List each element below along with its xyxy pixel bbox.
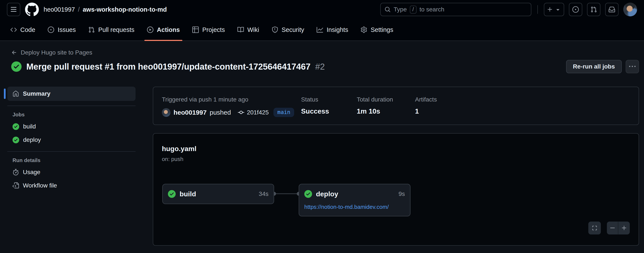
file-code-icon (12, 182, 19, 189)
breadcrumb-repo-link[interactable]: aws-workshop-notion-to-md (83, 6, 167, 13)
header-divider (538, 5, 538, 14)
job-node-build[interactable]: build 34s (162, 184, 274, 204)
sidebar-divider (7, 106, 136, 106)
pull-requests-button[interactable] (587, 3, 600, 16)
github-logo[interactable] (25, 2, 39, 16)
rerun-all-jobs-button[interactable]: Re-run all jobs (566, 60, 622, 73)
job-node-deploy[interactable]: deploy 9s https://notion-to-md.bamidev.c… (299, 184, 410, 216)
search-placeholder-prefix: Type (394, 6, 407, 13)
artifacts-label: Artifacts (415, 96, 458, 103)
more-options-button[interactable] (626, 60, 639, 73)
tab-actions[interactable]: Actions (141, 19, 186, 40)
run-details-heading: Run details (12, 157, 136, 163)
plus-icon (621, 225, 627, 231)
tab-security[interactable]: Security (266, 19, 310, 40)
breadcrumb-owner-link[interactable]: heo001997 (44, 6, 75, 13)
slash-key-hint: / (410, 5, 416, 13)
tab-projects[interactable]: Projects (187, 19, 230, 40)
book-icon (238, 26, 244, 33)
user-avatar[interactable] (623, 2, 637, 16)
actor-action: pushed (210, 109, 231, 116)
branch-badge[interactable]: main (274, 108, 294, 117)
run-sidebar: Summary Jobs build deploy Run details Us… (0, 87, 136, 246)
sidebar-job-build[interactable]: build (7, 120, 136, 133)
chevron-down-icon (555, 6, 561, 13)
sidebar-divider (7, 151, 136, 152)
zoom-controls (607, 222, 630, 235)
breadcrumb: heo001997 / aws-workshop-notion-to-md (44, 6, 167, 13)
inbox-icon (608, 6, 615, 13)
plus-icon (547, 6, 553, 12)
sidebar-item-summary[interactable]: Summary (7, 87, 136, 101)
status-value: Success (301, 107, 357, 115)
repo-tab-bar: Code Issues Pull requests Actions Projec… (0, 19, 644, 41)
run-header: Deploy Hugo site to Pages Merge pull req… (0, 41, 644, 73)
run-summary-card: Triggered via push 1 minute ago heo00199… (153, 87, 639, 125)
artifacts-count: 1 (415, 107, 458, 115)
commit-sha-link[interactable]: 201f425 (247, 109, 269, 116)
workflow-file-name: hugo.yaml (162, 145, 196, 153)
search-placeholder-suffix: to search (420, 6, 444, 13)
success-check-icon (168, 190, 176, 198)
search-icon (384, 6, 391, 12)
code-icon (10, 26, 17, 33)
issue-opened-icon (572, 6, 579, 13)
success-check-icon (11, 61, 22, 72)
deployment-url-link[interactable]: https://notion-to-md.bamidev.com/ (299, 204, 410, 216)
sidebar-job-deploy[interactable]: deploy (7, 133, 136, 147)
git-commit-icon (238, 109, 244, 116)
notifications-button[interactable] (605, 3, 618, 16)
job-connector-line (274, 193, 299, 194)
graph-icon (316, 26, 323, 33)
kebab-icon (629, 63, 636, 70)
table-icon (192, 26, 199, 33)
issues-button[interactable] (569, 3, 582, 16)
stopwatch-icon (12, 169, 19, 175)
workflow-trigger: on: push (162, 156, 196, 163)
zoom-out-button[interactable] (607, 222, 618, 235)
success-check-icon (12, 123, 19, 130)
home-icon (12, 90, 19, 97)
sidebar-item-usage[interactable]: Usage (7, 166, 136, 179)
actor-avatar[interactable] (162, 108, 170, 117)
actor-link[interactable]: heo001997 (174, 109, 206, 116)
success-check-icon (304, 190, 312, 198)
hamburger-menu-button[interactable] (7, 3, 20, 16)
job-duration: 34s (259, 191, 268, 197)
success-check-icon (12, 137, 19, 143)
shield-icon (272, 26, 278, 33)
trigger-line: Triggered via push 1 minute ago (162, 96, 301, 103)
fullscreen-button[interactable] (588, 222, 601, 235)
git-pull-request-icon (88, 26, 95, 33)
workflow-graph-card: hugo.yaml on: push build 34s deploy 9s (153, 133, 639, 246)
search-input[interactable]: Type / to search (380, 3, 531, 16)
page-title: Merge pull request #1 from heo001997/upd… (26, 62, 310, 71)
zoom-in-button[interactable] (618, 222, 630, 235)
workflow-back-link[interactable]: Deploy Hugo site to Pages (11, 49, 92, 56)
run-number: #2 (315, 62, 325, 71)
issue-opened-icon (48, 26, 54, 33)
arrow-left-icon (11, 49, 17, 56)
tab-insights[interactable]: Insights (311, 19, 354, 40)
play-icon (147, 26, 154, 33)
tab-code[interactable]: Code (5, 19, 41, 40)
tab-pull-requests[interactable]: Pull requests (83, 19, 140, 40)
duration-label: Total duration (357, 96, 415, 103)
create-new-button[interactable] (544, 3, 564, 16)
job-duration: 9s (398, 191, 405, 197)
app-header: heo001997 / aws-workshop-notion-to-md Ty… (0, 0, 644, 19)
dash-icon (610, 225, 616, 231)
breadcrumb-separator: / (78, 6, 80, 13)
gear-icon (361, 26, 367, 33)
duration-value: 1m 10s (357, 107, 415, 115)
jobs-heading: Jobs (12, 112, 136, 118)
tab-wiki[interactable]: Wiki (232, 19, 265, 40)
three-bars-icon (10, 6, 17, 13)
status-label: Status (301, 96, 357, 103)
tab-settings[interactable]: Settings (355, 19, 399, 40)
sidebar-item-workflow-file[interactable]: Workflow file (7, 179, 136, 192)
git-pull-request-icon (590, 6, 597, 13)
tab-issues[interactable]: Issues (42, 19, 81, 40)
workflow-name: Deploy Hugo site to Pages (21, 49, 92, 56)
run-main: Triggered via push 1 minute ago heo00199… (153, 87, 639, 246)
